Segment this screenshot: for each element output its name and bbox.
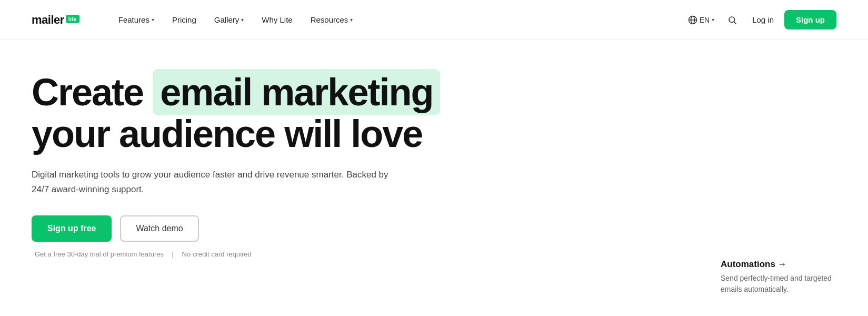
- hero-subtext: Digital marketing tools to grow your aud…: [32, 167, 390, 196]
- hero-signup-free-button[interactable]: Sign up free: [32, 215, 112, 242]
- nav-gallery[interactable]: Gallery ▾: [207, 11, 252, 28]
- automations-card[interactable]: Automations → Send perfectly-timed and t…: [721, 259, 836, 295]
- logo-wordmark: mailer: [32, 13, 64, 27]
- nav-pricing[interactable]: Pricing: [165, 11, 204, 28]
- nav-resources[interactable]: Resources ▾: [303, 11, 361, 28]
- features-chevron-icon: ▾: [152, 17, 154, 23]
- nav-links: Features ▾ Pricing Gallery ▾ Why Lite Re…: [111, 11, 684, 28]
- resources-chevron-icon: ▾: [350, 17, 353, 23]
- nav-features[interactable]: Features ▾: [111, 11, 162, 28]
- search-icon: [727, 15, 737, 25]
- search-button[interactable]: [723, 11, 742, 29]
- logo-badge: lite: [66, 15, 79, 23]
- signup-button[interactable]: Sign up: [784, 10, 836, 29]
- svg-line-4: [734, 22, 736, 24]
- gallery-chevron-icon: ▾: [241, 17, 244, 23]
- nav-right: EN ▾ Log in Sign up: [684, 10, 836, 29]
- hero-buttons: Sign up free Watch demo: [32, 215, 442, 242]
- headline-highlight: email marketing: [153, 69, 440, 115]
- logo[interactable]: mailer lite: [32, 13, 79, 27]
- nav-why-lite[interactable]: Why Lite: [254, 11, 300, 28]
- language-selector[interactable]: EN ▾: [684, 12, 719, 28]
- login-button[interactable]: Log in: [746, 11, 780, 28]
- globe-icon: [688, 15, 697, 25]
- hero-watch-demo-button[interactable]: Watch demo: [120, 215, 198, 242]
- navbar: mailer lite Features ▾ Pricing Gallery ▾…: [0, 0, 868, 40]
- hero-headline: Create email marketing your audience wil…: [32, 72, 442, 155]
- hero-footnote: Get a free 30-day trial of premium featu…: [32, 250, 442, 258]
- lang-chevron-icon: ▾: [712, 17, 714, 23]
- svg-point-3: [729, 17, 735, 23]
- automations-title: Automations →: [721, 259, 836, 270]
- hero-section: Create email marketing your audience wil…: [0, 40, 474, 279]
- automations-description: Send perfectly-timed and targeted emails…: [721, 273, 836, 295]
